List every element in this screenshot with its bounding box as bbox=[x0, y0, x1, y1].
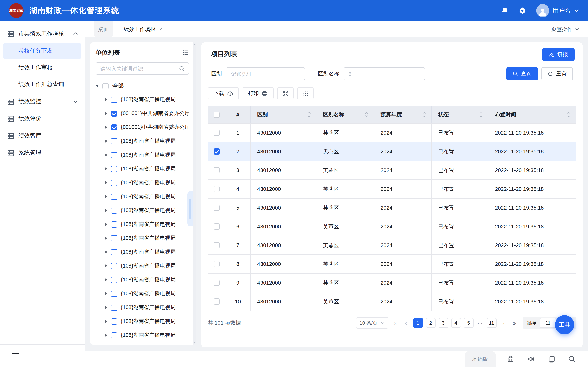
tab-desktop[interactable]: 桌面 bbox=[94, 21, 113, 37]
tree-item-checkbox[interactable] bbox=[111, 221, 117, 227]
caret-right-icon[interactable] bbox=[105, 125, 107, 129]
fill-report-button[interactable]: 填报 bbox=[542, 48, 575, 61]
first-page-button[interactable]: « bbox=[391, 318, 399, 328]
sort-icon[interactable] bbox=[422, 111, 426, 118]
column-header-budget-year[interactable]: 预算年度 bbox=[374, 106, 432, 123]
tree-item[interactable]: {108}湖南省广播电视局 bbox=[95, 190, 189, 203]
tree-item-checkbox[interactable] bbox=[111, 180, 117, 186]
row-checkbox[interactable] bbox=[214, 299, 220, 305]
page-button-2[interactable]: 2 bbox=[426, 318, 435, 328]
speaker-icon[interactable] bbox=[527, 355, 535, 363]
tree-item-checkbox[interactable] bbox=[111, 138, 117, 144]
tree-item-checkbox[interactable] bbox=[111, 318, 117, 324]
tree-item-checkbox[interactable] bbox=[111, 166, 117, 172]
caret-right-icon[interactable] bbox=[105, 209, 107, 212]
caret-right-icon[interactable] bbox=[105, 264, 107, 267]
caret-right-icon[interactable] bbox=[105, 334, 107, 337]
tree-item[interactable]: {108}湖南省广播电视局 bbox=[95, 148, 189, 162]
caret-right-icon[interactable] bbox=[105, 195, 107, 198]
tree-item[interactable]: {108}湖南省广播电视局 bbox=[95, 273, 189, 287]
tools-floating-button[interactable]: 工具 bbox=[555, 315, 574, 334]
tree-item[interactable]: {108}湖南省广播电视局 bbox=[95, 342, 189, 345]
tree-item[interactable]: {108}湖南省广播电视局 bbox=[95, 314, 189, 328]
table-row[interactable]: 3 43012000 芙蓉区 2024 已布置 2022-11-20 19:35… bbox=[208, 161, 576, 179]
sidebar-item-work-review[interactable]: 绩效工作审核 bbox=[3, 59, 81, 76]
tree-item-checkbox[interactable] bbox=[111, 96, 117, 103]
select-all-checkbox[interactable] bbox=[214, 111, 220, 118]
column-header-status[interactable]: 状态 bbox=[432, 106, 488, 123]
copy-icon[interactable] bbox=[548, 355, 555, 363]
page-size-select[interactable]: 10 条/页 bbox=[356, 317, 388, 329]
unit-scrollbar[interactable] bbox=[193, 42, 196, 345]
tree-item-checkbox[interactable] bbox=[111, 249, 117, 255]
download-button[interactable]: 下载 bbox=[208, 87, 239, 100]
reset-button[interactable]: 重置 bbox=[541, 67, 573, 80]
user-menu[interactable]: 用户名 bbox=[536, 4, 579, 17]
column-settings-button[interactable] bbox=[297, 87, 314, 100]
caret-right-icon[interactable] bbox=[105, 250, 107, 254]
last-page-button[interactable]: » bbox=[510, 318, 519, 328]
list-view-icon[interactable] bbox=[182, 49, 189, 56]
tree-item-checkbox[interactable] bbox=[111, 193, 117, 200]
caret-right-icon[interactable] bbox=[105, 140, 107, 143]
tree-item-checkbox[interactable] bbox=[111, 110, 117, 117]
menu-collapse-icon[interactable] bbox=[12, 353, 19, 359]
column-header-dispatch-time[interactable]: 布置时间 bbox=[488, 106, 576, 123]
table-row[interactable]: 5 43012000 芙蓉区 2024 已布置 2022-11-20 19:35… bbox=[208, 198, 576, 217]
tree-item[interactable]: {108}湖南省广播电视局 bbox=[95, 203, 189, 217]
search-icon[interactable] bbox=[568, 355, 576, 363]
page-button-5[interactable]: 5 bbox=[464, 318, 474, 328]
caret-right-icon[interactable] bbox=[105, 292, 107, 295]
unit-filter-input[interactable] bbox=[100, 65, 179, 72]
sidebar-group-monitor[interactable]: 绩效监控 bbox=[0, 93, 85, 110]
sort-icon[interactable] bbox=[479, 111, 483, 118]
tree-root-checkbox[interactable] bbox=[103, 83, 109, 89]
tree-item[interactable]: {108}湖南省广播电视局 bbox=[95, 176, 189, 190]
tree-item[interactable]: {001001}中共湖南省委办公厅 bbox=[95, 120, 189, 134]
page-button-1[interactable]: 1 bbox=[413, 318, 423, 328]
tree-item-checkbox[interactable] bbox=[111, 152, 117, 158]
row-checkbox[interactable] bbox=[214, 205, 220, 211]
caret-right-icon[interactable] bbox=[105, 167, 107, 170]
gear-icon[interactable] bbox=[519, 7, 526, 15]
table-row[interactable]: 7 43012000 芙蓉区 2024 已布置 2022-11-20 19:35… bbox=[208, 236, 576, 254]
prev-page-button[interactable]: ‹ bbox=[402, 318, 410, 328]
row-checkbox[interactable] bbox=[214, 242, 220, 248]
scroll-up-arrow-icon[interactable] bbox=[194, 44, 195, 45]
tree-item-checkbox[interactable] bbox=[111, 304, 117, 310]
tree-item-checkbox[interactable] bbox=[111, 332, 117, 338]
close-icon[interactable]: × bbox=[159, 26, 162, 32]
bell-icon[interactable] bbox=[501, 7, 509, 15]
page-button-11[interactable]: 11 bbox=[486, 318, 497, 328]
sidebar-group-assessment[interactable]: 市县绩效工作考核 bbox=[0, 25, 85, 42]
sidebar-item-task-dispatch[interactable]: 考核任务下发 bbox=[3, 43, 81, 59]
tree-item[interactable]: {108}湖南省广播电视局 bbox=[95, 245, 189, 259]
sidebar-group-thinktank[interactable]: 绩效智库 bbox=[0, 127, 85, 144]
table-row[interactable]: 2 43012000 天心区 2024 已布置 2022-11-20 19:35… bbox=[208, 142, 576, 161]
caret-right-icon[interactable] bbox=[105, 278, 107, 281]
caret-right-icon[interactable] bbox=[105, 236, 107, 240]
tree-item[interactable]: {108}湖南省广播电视局 bbox=[95, 134, 189, 148]
table-row[interactable]: 4 43012000 芙蓉区 2024 已布置 2022-11-20 19:35… bbox=[208, 179, 576, 198]
page-button-3[interactable]: 3 bbox=[438, 318, 448, 328]
district-name-input[interactable] bbox=[344, 67, 425, 80]
table-row[interactable]: 6 43012000 芙蓉区 2024 已布置 2022-11-20 19:35… bbox=[208, 217, 576, 236]
table-row[interactable]: 9 43012000 芙蓉区 2024 已布置 2022-11-20 19:35… bbox=[208, 273, 576, 292]
column-header-district-name[interactable]: 区别名称 bbox=[316, 106, 374, 123]
tree-item[interactable]: {108}湖南省广播电视局 bbox=[95, 259, 189, 273]
tree-item[interactable]: {108}湖南省广播电视局 bbox=[95, 162, 189, 176]
tree-item-checkbox[interactable] bbox=[111, 263, 117, 269]
caret-right-icon[interactable] bbox=[105, 98, 107, 101]
tree-root[interactable]: 全部 bbox=[95, 80, 189, 92]
sidebar-item-summary-query[interactable]: 绩效工作汇总查询 bbox=[3, 76, 81, 92]
sidebar-group-system[interactable]: 系统管理 bbox=[0, 144, 85, 161]
row-checkbox[interactable] bbox=[214, 186, 220, 192]
tree-item[interactable]: {108}湖南省广播电视局 bbox=[95, 92, 189, 106]
tree-item-checkbox[interactable] bbox=[111, 124, 117, 130]
search-icon[interactable] bbox=[179, 66, 185, 72]
caret-right-icon[interactable] bbox=[105, 223, 107, 226]
row-checkbox[interactable] bbox=[214, 280, 220, 286]
tree-item[interactable]: {001001}中共湖南省委办公厅 bbox=[95, 106, 189, 120]
jump-page-input[interactable] bbox=[540, 318, 556, 328]
tree-item[interactable]: {108}湖南省广播电视局 bbox=[95, 231, 189, 245]
